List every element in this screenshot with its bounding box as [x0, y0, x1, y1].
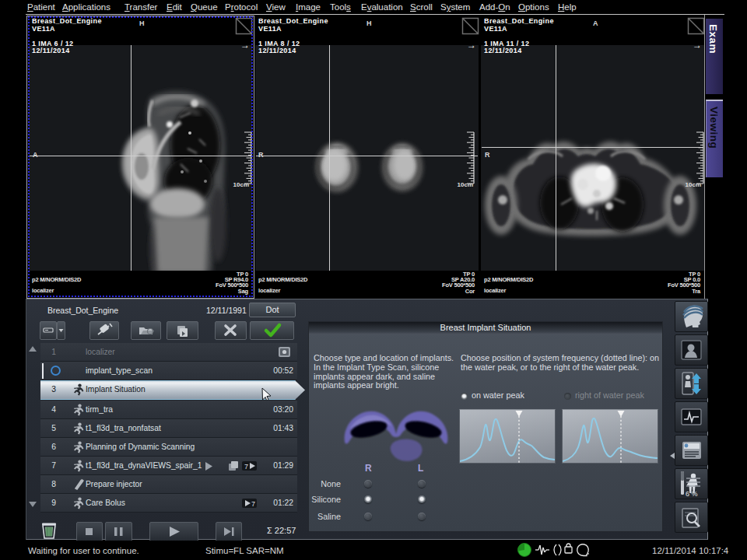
svg-text:6 %: 6 %	[686, 490, 698, 498]
svg-text:7: 7	[244, 463, 248, 471]
svg-text:7: 7	[251, 500, 255, 508]
